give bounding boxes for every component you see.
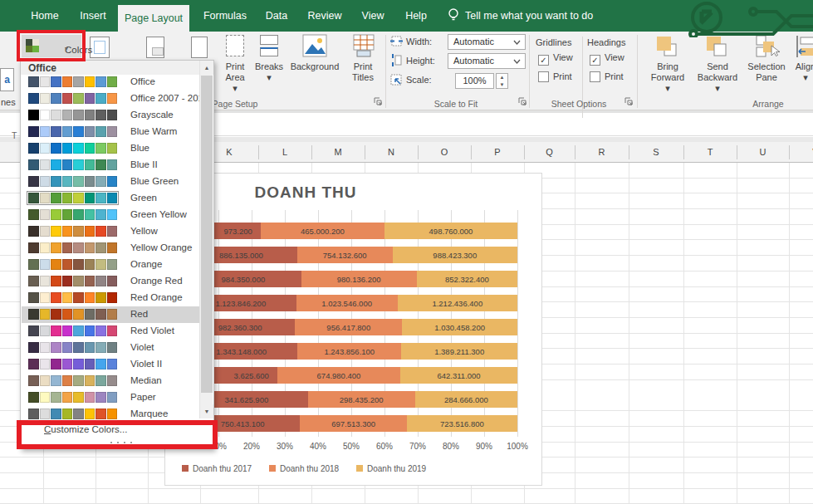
bar-segment[interactable]: 1.023.546.000 [296, 295, 398, 311]
theme-item-blue-green[interactable]: Blue Green [22, 174, 200, 190]
bar-segment[interactable]: 674.980.400 [277, 367, 400, 384]
column-header[interactable]: M [334, 142, 341, 162]
column-header[interactable]: P [494, 142, 500, 162]
size-icon[interactable] [191, 37, 208, 58]
gridlines-print-checkbox[interactable]: Print [538, 71, 572, 82]
bar-segment[interactable]: 697.513.300 [300, 415, 406, 432]
bar-segment[interactable]: 284.666.000 [415, 391, 517, 408]
theme-item-median[interactable]: Median [22, 373, 200, 389]
print-area-button[interactable]: Print Area ▾ [218, 33, 252, 93]
theme-item-office[interactable]: Office [22, 74, 200, 91]
bar-segment[interactable]: 1.243.856.100 [297, 343, 401, 360]
width-select[interactable]: Automatic [448, 34, 526, 50]
bar-segment[interactable]: 642.311.000 [400, 367, 517, 384]
orientation-icon[interactable] [146, 37, 164, 58]
theme-item-paper[interactable]: Paper [22, 389, 200, 406]
page-setup-dialog-launcher[interactable] [374, 97, 383, 106]
theme-item-violet[interactable]: Violet [22, 340, 200, 356]
theme-item-blue-warm[interactable]: Blue Warm [22, 124, 200, 140]
gridlines-view-checkbox[interactable]: ✓View [538, 52, 573, 66]
customize-colors-item[interactable]: Customize Colors... [21, 424, 213, 441]
bar-segment[interactable]: 1.389.211.300 [401, 343, 517, 360]
send-backward-button[interactable]: Send Backward ▾ [694, 33, 741, 93]
headings-print-checkbox[interactable]: Print [590, 71, 624, 82]
scale-icon [390, 74, 402, 86]
theme-item-violet-ii[interactable]: Violet II [22, 356, 200, 373]
theme-swatch [28, 193, 117, 203]
chart-doanh-thu[interactable]: DOANH THU 973.200465.000.200498.760.0008… [164, 173, 542, 486]
tab-data[interactable]: Data [266, 0, 287, 32]
scale-input[interactable]: 100% [455, 73, 494, 89]
bar-segment[interactable]: 1.030.458.200 [402, 319, 517, 335]
bar-segment[interactable]: 465.000.200 [261, 223, 384, 239]
theme-item-orange[interactable]: Orange [22, 257, 200, 273]
theme-item-red-orange[interactable]: Red Orange [22, 290, 200, 306]
column-header[interactable]: Q [546, 142, 553, 162]
headings-view-checkbox[interactable]: ✓View [590, 52, 624, 66]
theme-item-red[interactable]: Red [22, 306, 200, 323]
bar-segment[interactable]: 852.322.400 [417, 271, 517, 287]
tab-home[interactable]: Home [31, 0, 58, 32]
scale-to-fit-dialog-launcher[interactable] [518, 97, 527, 106]
margins-icon[interactable] [90, 37, 110, 58]
theme-item-blue[interactable]: Blue [22, 140, 200, 157]
sheet-options-dialog-launcher[interactable] [624, 97, 634, 106]
bar-segment[interactable]: 723.516.800 [407, 415, 517, 432]
background-button[interactable]: Background [287, 33, 342, 93]
column-header[interactable]: S [653, 142, 659, 162]
legend-item[interactable]: Doanh thu 2019 [356, 464, 426, 473]
theme-item-red-violet[interactable]: Red Violet [22, 323, 200, 340]
theme-item-green-yellow[interactable]: Green Yellow [22, 207, 200, 223]
column-header[interactable]: O [441, 142, 448, 162]
tab-page-layout[interactable]: Page Layout [118, 5, 189, 32]
column-header[interactable]: N [388, 142, 394, 162]
theme-item-office-2007-2010[interactable]: Office 2007 - 2010 [22, 91, 200, 107]
height-select[interactable]: Automatic [448, 53, 526, 69]
tab-formulas[interactable]: Formulas [203, 0, 247, 32]
bar-segment[interactable]: 980.136.200 [301, 271, 417, 287]
column-header[interactable]: K [226, 142, 232, 162]
theme-item-grayscale[interactable]: Grayscale [22, 107, 200, 124]
theme-item-blue-ii[interactable]: Blue II [22, 157, 200, 174]
theme-item-yellow-orange[interactable]: Yellow Orange [22, 240, 200, 257]
scroll-up-button[interactable]: ▲ [200, 61, 213, 75]
dropdown-scrollbar[interactable]: ▲ ▼ [199, 61, 213, 418]
dropdown-resize-grip[interactable] [110, 442, 135, 443]
theme-item-yellow[interactable]: Yellow [22, 223, 200, 240]
scale-stepper[interactable]: ▲▼ [496, 73, 508, 89]
legend-label: Doanh thu 2017 [193, 464, 252, 473]
tab-insert[interactable]: Insert [80, 0, 105, 32]
column-header[interactable]: U [760, 142, 766, 162]
bar-segment[interactable]: 1.212.436.400 [398, 295, 517, 311]
print-titles-button[interactable]: Print Titles [345, 33, 380, 93]
scroll-down-button[interactable]: ▼ [200, 404, 213, 418]
align-button[interactable]: Align ▾ [794, 33, 813, 93]
bar-value-label: 886.135.000 [219, 251, 263, 260]
theme-swatch [28, 176, 117, 187]
bar-segment[interactable]: 988.423.300 [393, 247, 517, 263]
theme-item-marquee[interactable]: Marquee [22, 406, 200, 423]
theme-item-green[interactable]: Green [22, 190, 200, 207]
theme-item-orange-red[interactable]: Orange Red [22, 273, 200, 290]
legend-item[interactable]: Doanh thu 2018 [269, 464, 339, 473]
bar-segment[interactable]: 754.132.600 [297, 247, 393, 263]
breaks-button[interactable]: Breaks ▾ [253, 33, 285, 93]
tellme-box[interactable]: Tell me what you want to do [465, 0, 593, 32]
theme-name: Green [130, 193, 157, 203]
bar-segment[interactable]: 498.760.000 [384, 223, 517, 239]
selection-pane-button[interactable]: Selection Pane [744, 33, 789, 93]
themes-icon[interactable]: a [0, 68, 14, 91]
column-header[interactable]: L [282, 142, 287, 162]
bar-segment[interactable]: 956.417.800 [295, 319, 402, 335]
colors-button[interactable]: Colors ▾ [22, 35, 81, 57]
tab-help[interactable]: Help [405, 0, 427, 32]
scrollbar-thumb[interactable] [201, 76, 213, 393]
column-header[interactable]: T [708, 142, 713, 162]
column-header[interactable]: R [599, 142, 605, 162]
bar-value-label: 642.311.000 [438, 371, 481, 380]
bar-segment[interactable]: 298.435.200 [308, 391, 415, 408]
tab-view[interactable]: View [362, 0, 384, 32]
bring-forward-button[interactable]: Bring Forward ▾ [646, 33, 689, 93]
legend-item[interactable]: Doanh thu 2017 [182, 464, 252, 473]
tab-review[interactable]: Review [308, 0, 342, 32]
